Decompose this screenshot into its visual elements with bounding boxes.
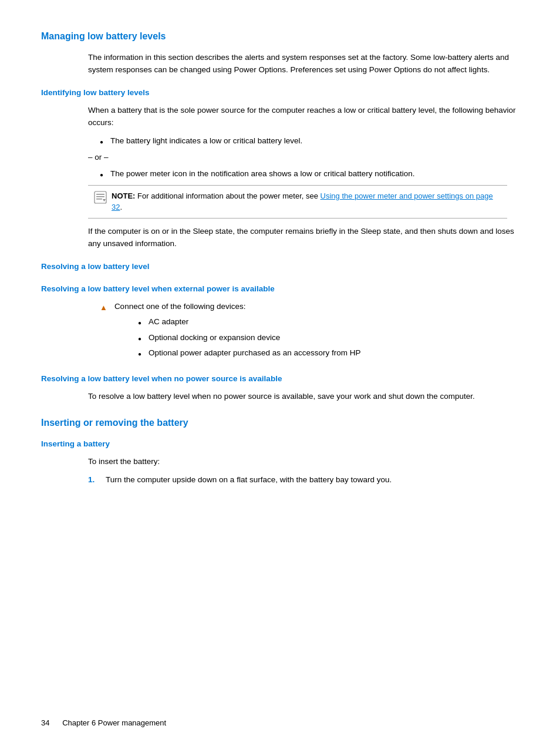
warning-item: ▲ Connect one of the following devices: … [100, 301, 519, 362]
note-period: . [120, 203, 122, 211]
resolving-section: Resolving a low battery level Resolving … [41, 261, 519, 404]
sub-bullet-2: ● Optional docking or expansion device [138, 332, 361, 344]
sub-bullet-text-1: AC adapter [149, 316, 188, 328]
bullet-list-2: ● The power meter icon in the notificati… [100, 168, 519, 180]
step-1-text: Turn the computer upside down on a flat … [106, 474, 392, 486]
bullet-text-2: The power meter icon in the notification… [110, 168, 415, 180]
or-text: – or – [88, 152, 519, 163]
note-label: NOTE: [112, 191, 135, 200]
note-icon [94, 191, 107, 204]
warning-list: ▲ Connect one of the following devices: … [100, 301, 519, 362]
resolving-no-power-text: To resolve a low battery level when no p… [88, 391, 519, 403]
resolving-no-power-title: Resolving a low battery level when no po… [41, 373, 519, 385]
sub-bullet-text-2: Optional docking or expansion device [149, 332, 280, 344]
identifying-intro: When a battery that is the sole power so… [88, 105, 519, 129]
resolving-external-title: Resolving a low battery level when exter… [41, 283, 519, 295]
inserting-removing-section: Inserting or removing the battery Insert… [41, 416, 519, 486]
note-box: NOTE: For additional information about t… [88, 185, 507, 219]
inserting-title: Inserting a battery [41, 438, 519, 450]
bullet-dot-1: ● [100, 137, 103, 146]
sub-bullet-3: ● Optional power adapter purchased as an… [138, 347, 361, 359]
sub-bullet-text-3: Optional power adapter purchased as an a… [149, 347, 361, 359]
numbered-list: 1. Turn the computer upside down on a fl… [88, 474, 519, 486]
managing-low-battery-section: Managing low battery levels The informat… [41, 29, 519, 76]
sub-bullet-dot-2: ● [138, 334, 141, 343]
managing-low-battery-title: Managing low battery levels [41, 29, 519, 43]
page: Managing low battery levels The informat… [0, 0, 560, 746]
svg-rect-2 [96, 196, 104, 197]
footer-chapter-text: Chapter 6 Power management [62, 718, 166, 727]
bullet-item-2: ● The power meter icon in the notificati… [100, 168, 519, 180]
bullet-dot-2: ● [100, 170, 103, 179]
bullet-item-1: ● The battery light indicates a low or c… [100, 135, 519, 147]
sub-bullet-dot-1: ● [138, 318, 141, 327]
sub-bullet-dot-3: ● [138, 350, 141, 358]
inserting-intro: To insert the battery: [88, 456, 519, 468]
resolving-title: Resolving a low battery level [41, 261, 519, 273]
svg-rect-1 [96, 194, 104, 195]
sub-bullet-1: ● AC adapter [138, 316, 361, 328]
bullet-list-1: ● The battery light indicates a low or c… [100, 135, 519, 147]
step-1-label: 1. [88, 474, 100, 486]
svg-rect-0 [95, 191, 106, 203]
note-content: NOTE: For additional information about t… [112, 190, 501, 213]
inserting-removing-title: Inserting or removing the battery [41, 416, 519, 430]
warning-text: Connect one of the following devices: [114, 302, 246, 311]
identifying-title: Identifying low battery levels [41, 87, 519, 99]
footer: 34 Chapter 6 Power management [41, 717, 166, 729]
identifying-section: Identifying low battery levels When a ba… [41, 87, 519, 250]
numbered-item-1: 1. Turn the computer upside down on a fl… [88, 474, 519, 486]
warning-triangle-icon: ▲ [100, 302, 107, 314]
after-note-text: If the computer is on or in the Sleep st… [88, 226, 519, 250]
svg-rect-3 [96, 199, 102, 200]
warning-content: Connect one of the following devices: ● … [114, 301, 361, 362]
footer-page-number: 34 [41, 718, 49, 727]
sub-bullet-list: ● AC adapter ● Optional docking or expan… [138, 316, 361, 359]
managing-intro: The information in this section describe… [88, 52, 519, 76]
note-text-content: For additional information about the pow… [137, 191, 320, 200]
bullet-text-1: The battery light indicates a low or cri… [110, 135, 302, 147]
